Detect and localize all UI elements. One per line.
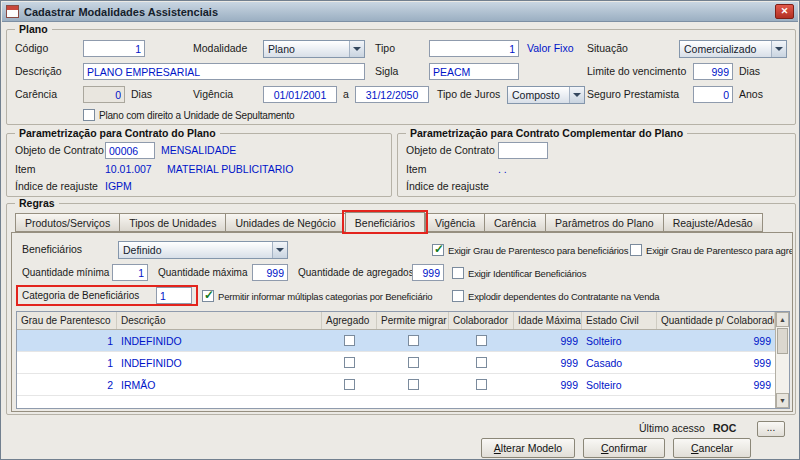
vertical-scrollbar[interactable]: ▲ ▼	[775, 312, 789, 408]
objeto-complementar-input[interactable]	[498, 142, 548, 159]
table-row[interactable]: 1 INDEFINIDO 999 Casado 999	[17, 352, 775, 374]
objeto-contrato-input[interactable]	[105, 142, 155, 159]
column-header-agregado[interactable]: Agregado	[322, 312, 377, 329]
tab-parametros-do-plano[interactable]: Parâmetros do Plano	[545, 213, 663, 232]
beneficiarios-label: Beneficiários	[22, 241, 82, 258]
tab-beneficiarios[interactable]: Beneficiários	[345, 212, 425, 233]
tipo-input[interactable]	[429, 40, 519, 57]
permite-migrar-checkbox[interactable]	[408, 335, 419, 346]
tab-panel-beneficiarios: Beneficiários Definido Exigir Grau de Pa…	[11, 232, 793, 412]
juros-label: Tipo de Juros	[437, 86, 500, 103]
column-header-permite-migrar[interactable]: Permite migrar	[377, 312, 449, 329]
checkbox-box	[452, 267, 464, 279]
qtd-minima-label: Quantidade mínima	[22, 264, 109, 281]
scrollbar-thumb[interactable]	[777, 328, 788, 354]
table-row[interactable]: 1 INDEFINIDO 999 Solteiro 999	[17, 330, 775, 352]
checkbox-exigir-grau-beneficiarios-label: Exigir Grau de Parentesco para beneficiá…	[448, 245, 628, 256]
close-button[interactable]: ✕	[775, 4, 794, 19]
cell-colaborador	[449, 357, 514, 368]
permite-migrar-checkbox[interactable]	[408, 379, 419, 390]
cell-descricao: INDEFINIDO	[117, 357, 322, 369]
indice-reajuste-value: IGPM	[105, 178, 132, 195]
column-header-grau[interactable]: Grau de Parentesco	[17, 312, 117, 329]
more-button[interactable]: ...	[757, 421, 785, 437]
qtd-minima-input[interactable]	[112, 264, 148, 281]
checkbox-box	[630, 244, 642, 256]
checkbox-sepultamento[interactable]: Plano com direito a Unidade de Sepultame…	[83, 108, 294, 122]
tab-reajuste-adesao[interactable]: Reajuste/Adesão	[663, 213, 763, 232]
dialog-window: Cadastrar Modalidades Assistenciais ✕ Pl…	[0, 0, 800, 460]
scroll-up-icon[interactable]: ▲	[776, 312, 789, 327]
cell-colaborador	[449, 335, 514, 346]
cell-agregado	[322, 335, 377, 346]
objeto-contrato-label: Objeto de Contrato	[15, 142, 104, 159]
cancelar-button[interactable]: Cancelar	[673, 438, 751, 458]
cell-grau: 1	[17, 335, 117, 347]
tab-vigencia[interactable]: Vigência	[425, 213, 484, 232]
scrollbar-track[interactable]	[776, 327, 789, 393]
situacao-select[interactable]: Comercializado	[679, 40, 787, 58]
checkbox-box	[452, 290, 464, 302]
checkbox-multiplas-categorias[interactable]: Permitir informar múltiplas categorias p…	[202, 289, 432, 303]
checkbox-exigir-grau-agregados[interactable]: Exigir Grau de Parentesco para agregados	[630, 243, 793, 257]
juros-select[interactable]: Composto	[507, 86, 585, 104]
colaborador-checkbox[interactable]	[476, 335, 487, 346]
chevron-down-icon	[771, 41, 786, 57]
qtd-maxima-label: Quantidade máxima	[158, 264, 248, 281]
cell-permite-migrar	[377, 379, 449, 390]
limite-input[interactable]	[693, 63, 733, 80]
codigo-input[interactable]	[83, 40, 145, 57]
modalidade-select[interactable]: Plano	[263, 40, 365, 58]
group-regras: Regras Produtos/Serviços Tipos de Unidad…	[6, 203, 796, 415]
colaborador-checkbox[interactable]	[476, 357, 487, 368]
qtd-maxima-input[interactable]	[252, 264, 288, 281]
column-header-qtd-colaborador[interactable]: Quantidade p/ Colaborador	[657, 312, 775, 329]
group-contrato: Parametrização para Contrato do Plano Ob…	[6, 133, 392, 197]
vigencia-label: Vigência	[193, 86, 233, 103]
cell-agregado	[322, 379, 377, 390]
qtd-agregados-input[interactable]	[412, 264, 444, 281]
seguro-input[interactable]	[693, 86, 733, 103]
categoria-input[interactable]	[156, 287, 192, 304]
column-header-descricao[interactable]: Descrição	[117, 312, 322, 329]
checkbox-explodir-dependentes[interactable]: Explodir dependentes do Contratante na V…	[452, 289, 659, 303]
vigencia-to-input[interactable]	[355, 86, 429, 103]
cell-colaborador	[449, 379, 514, 390]
column-header-idade-maxima[interactable]: Idade Máxima	[514, 312, 582, 329]
limite-label: Limite do vencimento	[587, 63, 686, 80]
table-row[interactable]: 2 IRMÃO 999 Solteiro 999	[17, 374, 775, 396]
agregado-checkbox[interactable]	[344, 379, 355, 390]
agregado-checkbox[interactable]	[344, 335, 355, 346]
descricao-input[interactable]	[83, 63, 365, 80]
indice-complementar-label: Índice de reajuste	[406, 178, 489, 195]
carencia-input[interactable]	[83, 86, 125, 103]
juros-value: Composto	[508, 87, 569, 103]
alterar-modelo-button[interactable]: Alterar Modelo	[481, 438, 575, 458]
checkbox-exigir-grau-beneficiarios[interactable]: Exigir Grau de Parentesco para beneficiá…	[432, 243, 628, 257]
chevron-down-icon	[349, 41, 364, 57]
permite-migrar-checkbox[interactable]	[408, 357, 419, 368]
column-header-colaborador[interactable]: Colaborador	[449, 312, 514, 329]
checkbox-exigir-identificar[interactable]: Exigir Identificar Beneficiários	[452, 266, 586, 280]
agregado-checkbox[interactable]	[344, 357, 355, 368]
tab-tipos-de-unidades[interactable]: Tipos de Unidades	[119, 213, 225, 232]
item-complementar-label: Item	[406, 161, 426, 178]
tab-unidades-de-negocio[interactable]: Unidades de Negócio	[225, 213, 344, 232]
indice-reajuste-label: Índice de reajuste	[15, 178, 98, 195]
sigla-input[interactable]	[429, 63, 519, 80]
item-complementar-code: . .	[498, 161, 507, 178]
vigencia-from-input[interactable]	[263, 86, 337, 103]
tab-carencia[interactable]: Carência	[484, 213, 545, 232]
confirmar-button[interactable]: Confirmar	[583, 438, 665, 458]
scroll-down-icon[interactable]: ▼	[776, 393, 789, 408]
codigo-label: Código	[15, 40, 48, 57]
cell-descricao: INDEFINIDO	[117, 335, 322, 347]
tab-produtos-servicos[interactable]: Produtos/Serviços	[15, 213, 119, 232]
colaborador-checkbox[interactable]	[476, 379, 487, 390]
sigla-label: Sigla	[375, 63, 398, 80]
column-header-estado-civil[interactable]: Estado Civil	[582, 312, 657, 329]
beneficiarios-select[interactable]: Definido	[118, 241, 288, 259]
checkbox-box	[83, 109, 95, 121]
item-desc: MATERIAL PUBLICITARIO	[167, 161, 293, 178]
qtd-agregados-label: Quantidade de agregados	[298, 264, 414, 281]
